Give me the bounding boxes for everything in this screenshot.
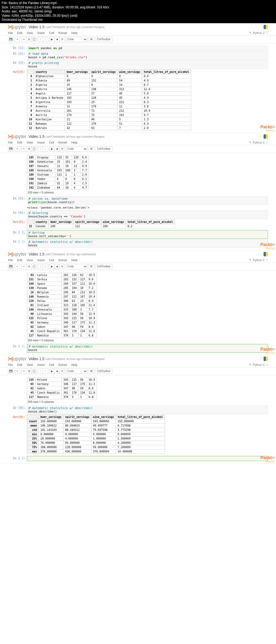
restart-button[interactable]: ⟳ [60,146,65,152]
save-button[interactable]: 💾 [8,37,13,42]
notebook-title[interactable]: Video 1.5 [29,252,44,256]
save-button[interactable]: 💾 [8,146,13,152]
cell-toolbar-button[interactable]: CellToolbar [95,264,112,269]
kernel-name[interactable]: Python 2 [253,258,264,262]
dataframe-output-sorted-tail: 135Poland3432155610.965Germany3461171751… [27,377,97,399]
paste-button[interactable]: 📋 [31,264,37,269]
cut-button[interactable]: ✂ [21,37,26,42]
run-button[interactable]: ▶ [49,37,55,42]
menu-insert[interactable]: Insert [37,141,45,144]
move-up-button[interactable]: ↑ [38,146,43,152]
cell-type-select[interactable]: Code [66,264,88,269]
code-cell-8[interactable]: # Automatic statistics w/ describe() boo… [27,406,268,414]
save-button[interactable]: 💾 [8,264,13,269]
cell-toolbar-button[interactable]: CellToolbar [95,369,112,374]
menu-edit[interactable]: Edit [17,141,22,144]
menu-cell[interactable]: Cell [49,31,54,35]
command-palette-button[interactable]: ⌘ [89,264,94,269]
menu-edit[interactable]: Edit [17,363,22,366]
notebook-title[interactable]: Video 1.5 [29,25,44,29]
menu-view[interactable]: View [27,258,33,262]
cell-type-select[interactable]: Code [66,146,88,152]
menu-help[interactable]: Help [71,31,78,35]
menu-file[interactable]: File [8,363,13,366]
paste-button[interactable]: 📋 [31,146,37,152]
copy-button[interactable]: ⧉ [26,37,32,42]
cut-button[interactable]: ✂ [21,369,26,374]
copy-button[interactable]: ⧉ [26,369,32,374]
interrupt-button[interactable]: ■ [54,264,60,269]
menu-view[interactable]: View [27,141,33,144]
menu-view[interactable]: View [27,363,33,366]
kernel-name[interactable]: Python 2 [253,141,264,144]
move-down-button[interactable]: ↓ [43,264,48,269]
menu-edit[interactable]: Edit [17,31,22,35]
menu-help[interactable]: Help [71,258,78,262]
interrupt-button[interactable]: ■ [54,146,60,152]
code-cell-3[interactable]: # pretty printing booze [27,60,268,69]
menu-kernel[interactable]: Kernel [58,258,67,262]
cut-button[interactable]: ✂ [21,146,26,152]
cell-toolbar-button[interactable]: CellToolbar [95,146,112,152]
run-button[interactable]: ▶ [49,369,55,374]
code-cell-desc[interactable]: # Automatic statistics w/ describe() boo… [27,344,268,353]
command-palette-button[interactable]: ⌘ [89,369,94,374]
restart-button[interactable]: ⟳ [60,264,65,269]
copy-button[interactable]: ⧉ [26,146,32,152]
cut-button[interactable]: ✂ [21,264,26,269]
menu-help[interactable]: Help [71,141,78,144]
interrupt-button[interactable]: ■ [54,369,60,374]
move-up-button[interactable]: ↑ [38,37,43,42]
move-up-button[interactable]: ↑ [38,264,43,269]
paste-button[interactable]: 📋 [31,37,37,42]
menu-view[interactable]: View [27,31,33,35]
move-down-button[interactable]: ↓ [43,369,48,374]
code-cell-6[interactable]: # Selecting booze[booze.country == 'Cana… [27,210,268,219]
code-cell-2[interactable]: # load data booze = pd.read_csv("drinks.… [27,51,268,60]
cell-toolbar-button[interactable]: CellToolbar [95,37,112,42]
code-cell-empty[interactable] [27,456,268,461]
notebook-title[interactable]: Video 1.5 [29,134,44,139]
add-cell-button[interactable]: + [15,264,20,269]
menu-insert[interactable]: Insert [37,258,45,262]
kernel-name[interactable]: Python 2 [253,31,264,35]
menu-kernel[interactable]: Kernel [58,363,67,366]
move-down-button[interactable]: ↓ [43,37,48,42]
move-up-button[interactable]: ↑ [38,369,43,374]
menu-kernel[interactable]: Kernel [58,31,67,35]
code-cell-5[interactable]: # series vs. dataframe print(type(booze.… [27,196,268,205]
run-button[interactable]: ▶ [49,146,55,152]
add-cell-button[interactable]: + [15,37,20,42]
menu-file[interactable]: File [8,258,13,262]
restart-button[interactable]: ⟳ [60,37,65,42]
paste-button[interactable]: 📋 [31,369,37,374]
kernel-name[interactable]: Python 2 [253,363,264,366]
move-down-button[interactable]: ↓ [43,146,48,152]
menu-insert[interactable]: Insert [37,363,45,366]
code-cell-sort[interactable]: # Sorting booze.sort_values(by='') [27,230,268,239]
cell-type-select[interactable]: Code [66,369,88,374]
add-cell-button[interactable]: + [15,369,20,374]
menu-help[interactable]: Help [71,363,78,366]
command-palette-button[interactable]: ⌘ [89,146,94,152]
menu-kernel[interactable]: Kernel [58,141,67,144]
code-cell-desc[interactable]: # Automatic statistics w/ describe() boo… [27,239,268,248]
notebook-title[interactable]: Video 1.5 [29,357,44,361]
menu-cell[interactable]: Cell [49,258,54,262]
menu-cell[interactable]: Cell [49,363,54,366]
save-button[interactable]: 💾 [8,369,13,374]
interrupt-button[interactable]: ■ [54,37,60,42]
menu-cell[interactable]: Cell [49,141,54,144]
menu-edit[interactable]: Edit [17,258,22,262]
add-cell-button[interactable]: + [15,146,20,152]
run-button[interactable]: ▶ [49,264,55,269]
edit-icon: ✎ [249,258,251,261]
code-cell-1[interactable]: import pandas as pd [27,46,268,51]
menu-file[interactable]: File [8,141,13,144]
menu-insert[interactable]: Insert [37,31,45,35]
copy-button[interactable]: ⧉ [26,264,32,269]
menu-file[interactable]: File [8,31,13,35]
command-palette-button[interactable]: ⌘ [89,37,94,42]
restart-button[interactable]: ⟳ [60,369,65,374]
cell-type-select[interactable]: Code [66,37,88,42]
